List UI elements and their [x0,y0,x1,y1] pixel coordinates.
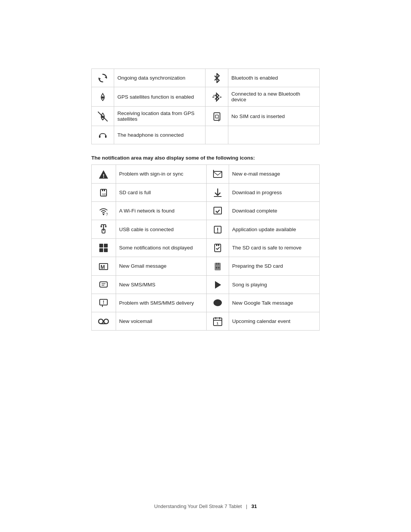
svg-rect-40 [215,244,221,252]
notif-row: New voicemail 1 Upcoming calendar event [92,312,320,330]
svg-text:✕: ✕ [213,94,215,97]
svg-rect-49 [218,263,219,265]
left-notif-icon [92,275,116,294]
svg-point-2 [102,96,104,99]
status-row: Ongoing data synchronization Bluetooth i… [92,69,320,87]
page-footer: Understanding Your Dell Streak 7 Tablet … [0,503,411,509]
right-notif-icon [207,239,229,257]
left-label-cell: Receiving location data from GPS satelli… [114,107,206,126]
notif-row: ! Problem with sign-in or sync New e-mai… [92,165,320,183]
left-notif-label: New SMS/MMS [116,275,206,294]
svg-text:?: ? [106,212,108,216]
right-icon-cell [206,126,228,144]
svg-text:!: ! [103,300,104,305]
svg-point-47 [218,267,220,268]
right-notif-label: Upcoming calendar event [229,312,319,330]
svg-text:SD: SD [102,193,106,196]
right-notif-label: New Google Talk message [229,294,319,312]
left-notif-icon: ! [92,294,116,312]
svg-point-46 [216,267,217,268]
left-label-cell: GPS satellites function is enabled [114,87,206,107]
left-notif-label: Problem with SMS/MMS delivery [116,294,206,312]
svg-rect-42 [218,244,219,246]
left-notif-icon [92,312,116,330]
notif-row: Some notifications not displayed The SD … [92,239,320,257]
status-row: Receiving location data from GPS satelli… [92,107,320,126]
right-notif-label: Song is playing [229,275,319,294]
right-notif-icon [207,257,229,275]
svg-point-59 [104,319,108,324]
notif-row: ? A Wi-Fi network is found Download comp… [92,201,320,220]
right-icon-cell: ! [206,107,228,126]
notif-row: New SMS/MMS Song is playing [92,275,320,294]
left-notif-icon [92,220,116,238]
left-notif-label: New Gmail message [116,257,206,275]
left-notif-icon [92,239,116,257]
right-label-cell: Bluetooth is enabled [228,69,319,87]
svg-rect-21 [104,189,105,191]
right-notif-label: Preparing the SD card [229,257,319,275]
right-notif-label: The SD card is safe to remove [229,239,319,257]
left-notif-icon: SD [92,183,116,201]
right-notif-icon [207,201,229,220]
status-table: Ongoing data synchronization Bluetooth i… [91,69,320,144]
right-label-cell: No SIM card is inserted [228,107,319,126]
status-row: GPS satellites function is enabled ✕ Con… [92,87,320,107]
svg-text:1: 1 [217,321,218,325]
svg-marker-53 [215,281,221,289]
svg-text:M: M [100,264,105,270]
notif-table: ! Problem with sign-in or sync New e-mai… [91,165,320,331]
svg-rect-26 [214,207,221,214]
svg-rect-37 [104,244,108,248]
left-label-cell: The headphone is connected [114,126,206,144]
svg-rect-13 [105,135,107,138]
svg-text:!: ! [103,173,105,179]
left-icon-cell [92,69,114,87]
right-notif-icon [207,275,229,294]
svg-point-33 [105,226,107,227]
left-icon-cell [92,107,114,126]
notif-row: USB cable is connected Application updat… [92,220,320,238]
left-notif-label: Problem with sign-in or sync [116,165,206,183]
svg-rect-45 [215,263,221,270]
svg-point-35 [217,231,218,232]
notif-row: ! Problem with SMS/MMS delivery New Goog… [92,294,320,312]
right-notif-icon [207,165,229,183]
footer-text: Understanding Your Dell Streak 7 Tablet [154,503,242,509]
right-label-cell: Connected to a new Bluetooth device [228,87,319,107]
left-notif-icon: ! [92,165,116,183]
left-notif-label: SD card is full [116,183,206,201]
notif-row: SD SD card is full Download in progress [92,183,320,201]
left-notif-label: Some notifications not displayed [116,239,206,257]
right-icon-cell: ✕ [206,87,228,107]
right-icon-cell [206,69,228,87]
svg-text:!: ! [218,118,219,121]
right-notif-icon [207,183,229,201]
left-notif-label: A Wi-Fi network is found [116,201,206,220]
right-notif-label: Download in progress [229,183,319,201]
svg-point-58 [99,319,103,324]
svg-point-57 [213,299,222,306]
svg-rect-50 [100,282,107,287]
left-notif-icon: M [92,257,116,275]
left-notif-label: New voicemail [116,312,206,330]
svg-point-24 [103,214,104,215]
left-notif-label: USB cable is connected [116,220,206,238]
svg-rect-39 [104,248,108,252]
left-icon-cell [92,126,114,144]
right-notif-label: New e-mail message [229,165,319,183]
section-header: The notification area may also display s… [91,155,320,161]
left-notif-icon: ? [92,201,116,220]
right-notif-label: Application update available [229,220,319,238]
right-notif-icon: 1 [207,312,229,330]
svg-rect-41 [216,244,217,246]
footer-separator: | [246,503,247,509]
svg-rect-20 [102,189,103,191]
svg-rect-38 [99,248,103,252]
svg-rect-12 [99,135,100,138]
right-notif-icon [207,294,229,312]
svg-rect-36 [99,244,103,248]
svg-rect-48 [216,263,217,265]
right-notif-icon [207,220,229,238]
content-area: Ongoing data synchronization Bluetooth i… [91,69,320,331]
